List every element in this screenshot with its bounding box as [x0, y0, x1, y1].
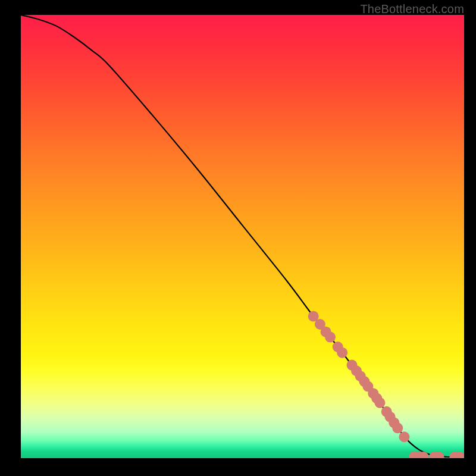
curve-marker: [392, 422, 403, 433]
chart-stage: TheBottleneck.com: [0, 0, 476, 476]
curve-marker: [399, 431, 409, 442]
curve-marker: [374, 397, 385, 408]
curve-markers: [308, 311, 464, 458]
attribution-text: TheBottleneck.com: [360, 2, 464, 16]
curve-marker: [325, 332, 336, 343]
curve-marker: [337, 347, 347, 358]
bottleneck-curve: [21, 15, 464, 458]
plot-area: [21, 15, 464, 458]
curve-layer: [21, 15, 464, 458]
